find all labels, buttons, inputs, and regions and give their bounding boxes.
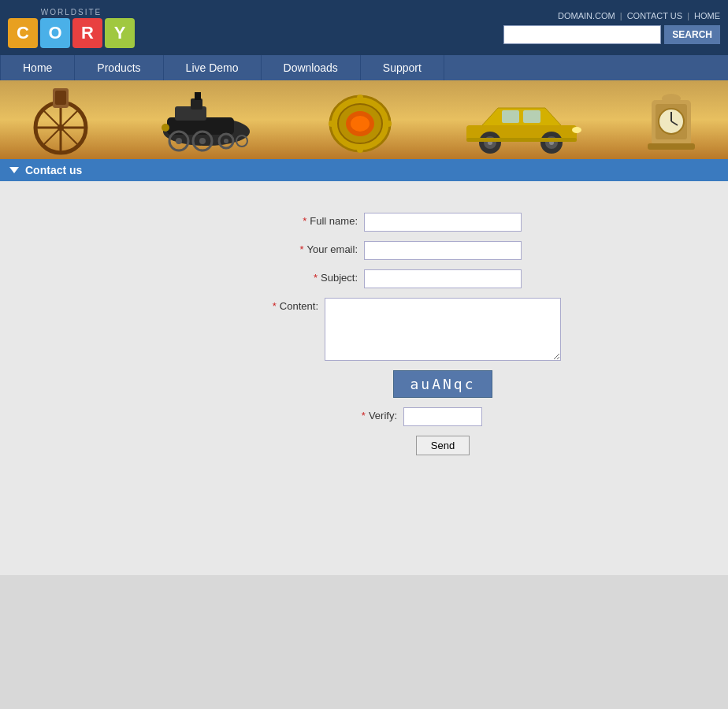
full-name-required: * (303, 215, 306, 227)
svg-point-26 (357, 147, 363, 153)
svg-rect-11 (191, 98, 202, 110)
domain-link[interactable]: DOMAIN.COM (558, 11, 615, 20)
svg-point-24 (351, 116, 370, 132)
full-name-input[interactable] (364, 213, 522, 232)
svg-rect-7 (55, 91, 66, 105)
search-button[interactable]: SEARCH (664, 25, 720, 44)
svg-rect-12 (195, 92, 201, 100)
logo-area: WORLDSITE C O R Y (8, 8, 135, 48)
content-label: *Content: (167, 298, 325, 312)
svg-point-28 (385, 121, 392, 127)
banner-train-icon (151, 84, 262, 155)
captcha-image: auANqc (393, 370, 492, 398)
worldsite-label: WORLDSITE (41, 8, 102, 17)
email-required: * (299, 243, 303, 255)
svg-point-20 (162, 124, 169, 132)
contact-header-label: Contact us (25, 164, 82, 176)
verify-required: * (362, 410, 366, 421)
search-input[interactable] (503, 25, 661, 44)
subject-row: *Subject: (16, 269, 712, 288)
svg-rect-45 (648, 143, 695, 150)
captcha-label-empty (236, 370, 393, 373)
svg-rect-39 (466, 138, 577, 142)
top-links: DOMAIN.COM | CONTACT US | HOME (558, 11, 720, 20)
top-bar: WORLDSITE C O R Y DOMAIN.COM | CONTACT U… (0, 0, 728, 55)
subject-required: * (314, 272, 318, 284)
logo-tiles: C O R Y (8, 18, 135, 48)
nav-bar: Home Products Live Demo Downloads Suppor… (0, 55, 728, 80)
logo-tile-o: O (40, 18, 70, 48)
triangle-icon (9, 167, 19, 173)
form-area: *Full name: *Your email: *Subject: *Cont… (0, 181, 728, 575)
svg-point-18 (224, 139, 228, 143)
home-link[interactable]: HOME (694, 11, 720, 20)
verify-label: *Verify: (246, 407, 403, 421)
svg-point-14 (176, 138, 182, 144)
full-name-row: *Full name: (16, 213, 712, 232)
subject-label: *Subject: (206, 269, 364, 284)
svg-rect-30 (502, 110, 519, 123)
email-input[interactable] (364, 241, 522, 260)
banner-wheel-icon (29, 84, 92, 155)
banner-car-icon (459, 84, 585, 155)
content-textarea[interactable] (325, 298, 561, 361)
content-required: * (273, 300, 277, 312)
logo-tile-y: Y (105, 18, 135, 48)
verify-input[interactable] (403, 407, 482, 426)
svg-point-16 (199, 138, 206, 144)
subject-input[interactable] (364, 269, 522, 288)
top-right: DOMAIN.COM | CONTACT US | HOME SEARCH (503, 11, 720, 44)
nav-item-products[interactable]: Products (75, 55, 163, 80)
banner-clock-icon (644, 84, 699, 155)
svg-rect-31 (523, 110, 540, 123)
separator-2: | (687, 11, 689, 20)
send-row: Send (173, 436, 712, 455)
nav-item-support[interactable]: Support (361, 55, 444, 80)
svg-point-46 (662, 94, 681, 103)
svg-point-27 (329, 121, 335, 127)
captcha-row: auANqc (16, 370, 712, 398)
verify-row: *Verify: (16, 407, 712, 426)
full-name-label: *Full name: (206, 213, 364, 227)
svg-point-25 (357, 95, 363, 101)
contact-header: Contact us (0, 159, 728, 181)
separator-1: | (620, 11, 622, 20)
content-row: *Content: (16, 298, 712, 361)
banner-brooch-icon (321, 84, 399, 155)
logo-tile-r: R (72, 18, 102, 48)
logo-tile-c: C (8, 18, 38, 48)
nav-item-downloads[interactable]: Downloads (262, 55, 361, 80)
nav-item-home[interactable]: Home (0, 55, 75, 80)
send-button[interactable]: Send (416, 436, 470, 455)
banner (0, 80, 728, 159)
email-row: *Your email: (16, 241, 712, 260)
svg-point-38 (572, 127, 581, 133)
search-area: SEARCH (503, 25, 720, 44)
nav-item-live-demo[interactable]: Live Demo (164, 55, 262, 80)
contact-us-link[interactable]: CONTACT US (627, 11, 683, 20)
email-label: *Your email: (206, 241, 364, 255)
